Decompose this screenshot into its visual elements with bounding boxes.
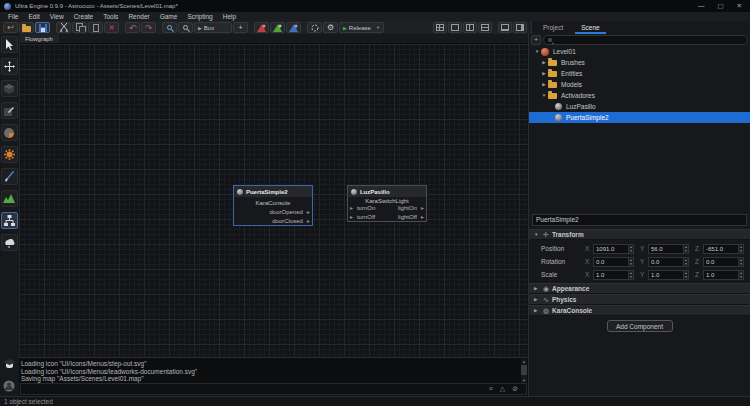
run-settings-button[interactable] <box>307 22 322 33</box>
log-list-icon[interactable]: ≡ <box>489 385 493 393</box>
scale-z-input[interactable]: 1.0▲▼ <box>703 270 744 280</box>
spinner[interactable]: ▲▼ <box>628 245 633 253</box>
menu-file[interactable]: File <box>3 13 23 20</box>
tree-item-activadores[interactable]: ▼ Activadores <box>529 90 750 101</box>
port-arrow-icon[interactable]: ▸ <box>421 213 424 220</box>
toggle-sidebar-button[interactable] <box>513 22 527 33</box>
rotation-z-input[interactable]: 0.0▲▼ <box>703 257 744 267</box>
port-arrow-icon[interactable]: ▸ <box>350 213 353 220</box>
cut-button[interactable] <box>56 22 71 33</box>
delete-button[interactable]: ✕ <box>104 22 119 33</box>
scale-y-input[interactable]: 1.0▲▼ <box>648 270 689 280</box>
settings-button[interactable]: ⚙ <box>323 22 338 33</box>
menu-game[interactable]: Game <box>155 13 183 20</box>
section-karaconsole[interactable]: ▶ ◍ KaraConsole <box>529 305 750 316</box>
paint-tool-button[interactable] <box>1 168 18 185</box>
node-puertasimple2[interactable]: PuertaSimple2 KaraConsole doorOpened▸ do… <box>233 185 313 226</box>
rotation-x-input[interactable]: 0.0▲▼ <box>593 257 634 267</box>
learn-button[interactable] <box>1 355 18 372</box>
spinner[interactable]: ▲▼ <box>628 258 633 266</box>
port-arrow-icon[interactable]: ▸ <box>421 204 424 211</box>
console-input[interactable] <box>20 383 527 395</box>
menu-scripting[interactable]: Scripting <box>182 13 217 20</box>
toggle-console-button[interactable] <box>498 22 512 33</box>
spinner[interactable]: ▲▼ <box>683 258 688 266</box>
section-transform[interactable]: ▼ ✛ Transform <box>529 229 750 240</box>
flowgraph-tool-button[interactable] <box>1 212 18 229</box>
menu-tools[interactable]: Tools <box>98 13 123 20</box>
terrain-tool-button[interactable] <box>1 190 18 207</box>
tree-item-level01[interactable]: ▼ Level01 <box>529 46 750 57</box>
primitive-dropdown[interactable]: ▶Box <box>194 22 232 33</box>
menu-render[interactable]: Render <box>123 13 154 20</box>
about-button[interactable] <box>1 377 18 394</box>
close-button[interactable]: ✕ <box>737 0 742 12</box>
maximize-button[interactable]: ▢ <box>717 0 723 12</box>
scale-x-input[interactable]: 1.0▲▼ <box>593 270 634 280</box>
emitter-tool-button[interactable] <box>1 146 18 163</box>
menu-create[interactable]: Create <box>69 13 99 20</box>
zoom-select-button[interactable] <box>162 22 177 33</box>
tree-item-puertasimple2[interactable]: PuertaSimple2 <box>529 112 750 123</box>
layout-split-v-button[interactable] <box>463 22 477 33</box>
port-arrow-icon[interactable]: ▸ <box>307 217 310 224</box>
log-error-icon[interactable]: ⊘ <box>512 385 518 393</box>
tree-item-models[interactable]: ▶ Models <box>529 79 750 90</box>
spinner[interactable]: ▲▼ <box>683 271 688 279</box>
add-primitive-button[interactable]: + <box>233 22 248 33</box>
tab-scene[interactable]: Scene <box>572 21 608 34</box>
tree-item-brushes[interactable]: ▶ Brushes <box>529 57 750 68</box>
spinner[interactable]: ▲▼ <box>628 271 633 279</box>
spinner[interactable]: ▲▼ <box>738 258 743 266</box>
spinner[interactable]: ▲▼ <box>683 245 688 253</box>
tab-project[interactable]: Project <box>534 21 572 34</box>
add-component-button[interactable]: Add Component <box>607 320 673 332</box>
console-scrollbar[interactable]: ▲ ▼ <box>521 359 527 383</box>
section-physics[interactable]: ▶ ∿ Physics <box>529 294 750 305</box>
rotation-y-input[interactable]: 0.0▲▼ <box>648 257 689 267</box>
layout-quad-button[interactable] <box>433 22 447 33</box>
expand-icon[interactable]: ▼ <box>533 49 541 54</box>
paste-button[interactable] <box>88 22 103 33</box>
face-tool-button[interactable] <box>1 102 18 119</box>
object-tool-button[interactable] <box>1 80 18 97</box>
port-arrow-icon[interactable]: ▸ <box>350 204 353 211</box>
scroll-thumb[interactable] <box>521 365 527 375</box>
section-appearance[interactable]: ▶ ◉ Appearance <box>529 283 750 294</box>
undo-button[interactable]: ↶ <box>125 22 140 33</box>
menu-view[interactable]: View <box>45 13 69 20</box>
minimize-button[interactable]: — <box>698 0 705 12</box>
gizmo-scale-button[interactable] <box>286 22 301 33</box>
tree-item-luzpasillo[interactable]: LuzPasillo <box>529 101 750 112</box>
entity-name-field[interactable]: PuertaSimple2 <box>532 214 747 226</box>
redo-button[interactable]: ↷ <box>141 22 156 33</box>
save-button[interactable] <box>35 22 50 33</box>
move-tool-button[interactable] <box>1 58 18 75</box>
menu-help[interactable]: Help <box>218 13 241 20</box>
scroll-up-icon[interactable]: ▲ <box>521 359 527 364</box>
tree-item-entities[interactable]: ▶ Entities <box>529 68 750 79</box>
spinner[interactable]: ▲▼ <box>738 245 743 253</box>
add-button[interactable]: + <box>531 35 541 45</box>
position-z-input[interactable]: -651.0▲▼ <box>703 244 744 254</box>
gizmo-translate-button[interactable] <box>254 22 269 33</box>
node-luzpasillo[interactable]: LuzPasillo KaraSwitchLight ▸turnOnlightO… <box>347 185 427 222</box>
zoom-button[interactable] <box>178 22 193 33</box>
tab-flowgraph[interactable]: Flowgraph <box>19 34 59 43</box>
open-button[interactable] <box>19 22 34 33</box>
port-arrow-icon[interactable]: ▸ <box>307 208 310 215</box>
layout-single-button[interactable] <box>448 22 462 33</box>
log-warning-icon[interactable]: △ <box>500 385 505 393</box>
material-tool-button[interactable] <box>1 124 18 141</box>
expand-icon[interactable]: ▼ <box>540 93 548 98</box>
expand-icon[interactable]: ▶ <box>540 71 548 76</box>
expand-icon[interactable]: ▶ <box>540 82 548 87</box>
environment-tool-button[interactable] <box>1 234 18 251</box>
menu-edit[interactable]: Edit <box>23 13 44 20</box>
position-x-input[interactable]: 1091.0▲▼ <box>593 244 634 254</box>
copy-button[interactable] <box>72 22 87 33</box>
run-dropdown[interactable]: ▶Release▼ <box>339 22 384 33</box>
flowgraph-canvas[interactable]: PuertaSimple2 KaraConsole doorOpened▸ do… <box>19 44 528 357</box>
select-tool-button[interactable] <box>1 36 18 53</box>
expand-icon[interactable]: ▶ <box>540 60 548 65</box>
